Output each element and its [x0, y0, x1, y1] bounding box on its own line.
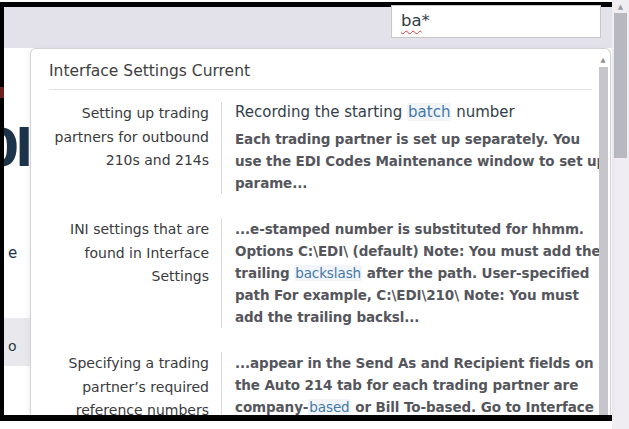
result-title: Recording the starting batch number [235, 102, 607, 123]
results-scrollbar-thumb[interactable] [599, 67, 608, 415]
result-detail: Recording the starting batch number Each… [221, 102, 607, 194]
page-scrollbar[interactable]: ▲ [612, 0, 629, 429]
result-title-text: Recording the starting [235, 103, 407, 121]
search-input[interactable]: ba* [391, 5, 601, 38]
results-scrollbar[interactable]: ▲ [598, 55, 608, 415]
scrollbar-up-arrow-icon[interactable]: ▲ [601, 55, 606, 65]
background-glyph: 0l [4, 126, 29, 178]
window-border-bottom [0, 415, 612, 421]
result-topic-heading: Specifying a trading partner’s required … [41, 352, 209, 415]
result-title-text: number [451, 103, 514, 121]
results-list: Setting up trading partners for outbound… [41, 102, 610, 415]
background-section-fragment: o [4, 318, 30, 366]
results-panel-title: Interface Settings Current [49, 62, 592, 90]
scrollbar-up-arrow-icon[interactable]: ▲ [612, 0, 629, 13]
result-topic-heading: INI settings that are found in Interface… [41, 218, 209, 328]
result-snippet-text: Each trading partner is set up separatel… [235, 131, 606, 191]
background-page-strip: 0l e o [4, 48, 30, 415]
result-detail: ...appear in the Send As and Recipient f… [221, 352, 607, 415]
search-text-rest: * [422, 11, 430, 30]
search-result-row[interactable]: INI settings that are found in Interface… [41, 218, 610, 328]
search-term-highlight: batch [407, 103, 451, 121]
background-glyph: o [8, 338, 17, 354]
search-results-panel: Interface Settings Current Setting up tr… [30, 48, 611, 415]
background-text-fragment: 0l [4, 126, 30, 184]
result-snippet: Each trading partner is set up separatel… [235, 128, 607, 194]
search-term-highlight: based [308, 399, 350, 415]
result-snippet: ...e-stamped number is substituted for h… [235, 218, 607, 328]
background-text-fragment: e [8, 244, 17, 262]
search-term-highlight: backslash [294, 265, 362, 281]
result-detail: ...e-stamped number is substituted for h… [221, 218, 607, 328]
search-result-row[interactable]: Setting up trading partners for outbound… [41, 102, 610, 194]
search-text-misspelled: ba [401, 11, 422, 30]
result-topic-heading: Setting up trading partners for outbound… [41, 102, 209, 194]
search-result-row[interactable]: Specifying a trading partner’s required … [41, 352, 610, 415]
page-scrollbar-thumb[interactable] [614, 13, 627, 158]
result-snippet: ...appear in the Send As and Recipient f… [235, 352, 607, 415]
